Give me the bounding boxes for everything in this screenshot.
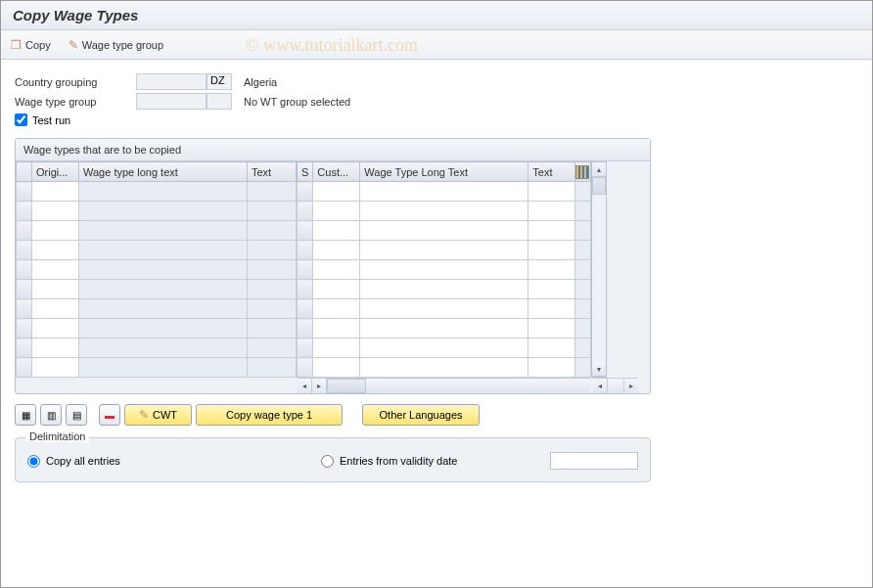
row-selector[interactable] (298, 299, 313, 319)
table-row[interactable] (17, 339, 297, 358)
cell[interactable] (360, 260, 528, 280)
cell[interactable] (313, 202, 360, 221)
row-selector[interactable] (17, 299, 32, 319)
cell[interactable] (248, 339, 297, 358)
table-row[interactable] (17, 221, 297, 241)
cell[interactable] (360, 241, 528, 260)
table-row[interactable] (17, 241, 297, 260)
row-selector[interactable] (298, 241, 313, 260)
table-row[interactable] (298, 280, 591, 299)
cell[interactable] (248, 182, 297, 202)
cell[interactable] (32, 319, 79, 339)
table-row[interactable] (298, 339, 591, 358)
cell[interactable] (313, 339, 360, 358)
cell[interactable] (360, 280, 528, 299)
other-languages-button[interactable]: Other Languages (362, 404, 480, 426)
cell[interactable] (32, 221, 79, 241)
vertical-scrollbar[interactable]: ▴ ▾ (591, 161, 607, 378)
country-grouping-input[interactable]: DZ (207, 73, 232, 90)
row-selector[interactable] (298, 182, 313, 202)
wage-type-group-input[interactable] (207, 93, 232, 110)
cell[interactable] (32, 202, 79, 221)
cell[interactable] (313, 221, 360, 241)
cell[interactable] (528, 182, 575, 202)
cell[interactable] (32, 241, 79, 260)
col-text-2[interactable]: Text (528, 162, 575, 182)
row-selector[interactable] (17, 319, 32, 339)
scroll-down-icon[interactable]: ▾ (592, 362, 606, 377)
cell[interactable] (32, 280, 79, 299)
deselect-all-button[interactable]: ▥ (40, 404, 62, 426)
copy-button[interactable]: Copy (11, 38, 51, 52)
cell[interactable] (79, 280, 248, 299)
copy-wage-type-1-button[interactable]: Copy wage type 1 (196, 404, 343, 426)
table-row[interactable] (17, 319, 297, 339)
hscroll-left-icon-2[interactable]: ◂ (593, 379, 608, 393)
cell[interactable] (313, 280, 360, 299)
hscroll-thumb[interactable] (327, 379, 366, 393)
validity-date-input[interactable] (550, 452, 638, 470)
cell[interactable] (313, 182, 360, 202)
entries-from-date-radio[interactable] (321, 455, 334, 468)
row-selector-header[interactable] (17, 162, 32, 182)
col-settings[interactable] (575, 162, 591, 182)
cell[interactable] (32, 299, 79, 319)
row-selector[interactable] (298, 358, 313, 378)
scroll-thumb[interactable] (592, 177, 606, 195)
copy-all-entries-radio[interactable] (27, 455, 40, 468)
cell[interactable] (32, 358, 79, 378)
wage-type-group-button[interactable]: Wage type group (69, 38, 163, 52)
row-selector[interactable] (17, 280, 32, 299)
cell[interactable] (360, 202, 528, 221)
table-row[interactable] (298, 260, 591, 280)
cell[interactable] (528, 202, 575, 221)
table-row[interactable] (17, 260, 297, 280)
cell[interactable] (248, 202, 297, 221)
row-selector[interactable] (17, 241, 32, 260)
delete-button[interactable]: ▬ (99, 404, 120, 426)
cell[interactable] (360, 299, 528, 319)
hscroll-right-icon[interactable]: ▸ (312, 379, 327, 393)
cell[interactable] (32, 260, 79, 280)
select-all-button[interactable]: ▦ (15, 404, 36, 426)
page-button[interactable]: ▤ (66, 404, 87, 426)
row-selector[interactable] (298, 319, 313, 339)
table-row[interactable] (298, 202, 591, 221)
cell[interactable] (528, 299, 575, 319)
cell[interactable] (360, 339, 528, 358)
cell[interactable] (528, 221, 575, 241)
scroll-up-icon[interactable]: ▴ (592, 162, 606, 177)
cell[interactable] (248, 241, 297, 260)
cell[interactable] (79, 202, 248, 221)
cell[interactable] (313, 299, 360, 319)
table-row[interactable] (17, 299, 297, 319)
row-selector[interactable] (298, 202, 313, 221)
cell[interactable] (313, 358, 360, 378)
hscroll-left-icon[interactable]: ◂ (298, 379, 312, 393)
cell[interactable] (32, 182, 79, 202)
table-row[interactable] (298, 182, 591, 202)
cell[interactable] (79, 358, 248, 378)
cell[interactable] (248, 319, 297, 339)
cell[interactable] (248, 221, 297, 241)
table-row[interactable] (17, 280, 297, 299)
cell[interactable] (79, 319, 248, 339)
cell[interactable] (528, 241, 575, 260)
row-selector[interactable] (17, 202, 32, 221)
test-run-checkbox[interactable] (15, 113, 27, 126)
row-selector[interactable] (17, 260, 32, 280)
cell[interactable] (248, 299, 297, 319)
col-customer[interactable]: Cust... (313, 162, 360, 182)
row-selector[interactable] (17, 221, 32, 241)
row-selector[interactable] (298, 339, 313, 358)
cell[interactable] (360, 182, 528, 202)
cell[interactable] (248, 280, 297, 299)
cell[interactable] (248, 260, 297, 280)
hscroll-right-icon-2[interactable]: ▸ (623, 379, 638, 393)
col-wage-type-long-text-2[interactable]: Wage Type Long Text (360, 162, 528, 182)
cell[interactable] (32, 339, 79, 358)
cwt-button[interactable]: CWT (124, 404, 192, 426)
cell[interactable] (79, 260, 248, 280)
col-text[interactable]: Text (248, 162, 297, 182)
cell[interactable] (360, 221, 528, 241)
